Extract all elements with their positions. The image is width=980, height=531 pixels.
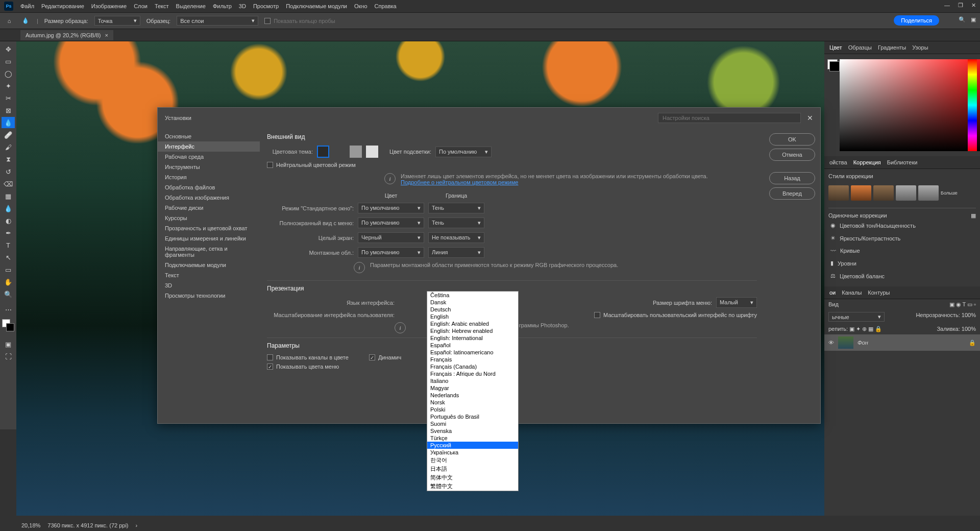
menu-3d[interactable]: 3D xyxy=(239,3,246,9)
sidebar-item-history[interactable]: История xyxy=(158,172,260,182)
menu-select[interactable]: Выделение xyxy=(176,3,206,9)
lang-option[interactable]: Nederlands xyxy=(427,392,518,399)
full-color[interactable]: Черный▾ xyxy=(358,232,424,243)
pen-tool[interactable]: ✒ xyxy=(2,227,15,238)
lang-option[interactable]: Українська xyxy=(427,449,518,456)
menu-file[interactable]: Файл xyxy=(20,3,34,9)
preset[interactable] xyxy=(851,185,871,201)
lang-option[interactable]: English: Arabic enabled xyxy=(427,320,518,327)
document-tab[interactable]: Autumn.jpg @ 20,2% (RGB/8)× xyxy=(20,30,113,40)
ok-button[interactable]: OK xyxy=(769,133,815,146)
lang-option[interactable]: Polski xyxy=(427,406,518,413)
lang-option[interactable]: Português do Brasil xyxy=(427,413,518,420)
wand-tool[interactable]: ✦ xyxy=(2,80,15,91)
more-presets[interactable]: Больше xyxy=(941,190,958,196)
fullmenu-color[interactable]: По умолчанию▾ xyxy=(358,218,424,228)
fullmenu-border[interactable]: Тень▾ xyxy=(428,218,484,228)
bg-color[interactable] xyxy=(6,323,14,331)
lang-option[interactable]: Türkçe xyxy=(427,435,518,442)
language-dropdown[interactable]: ČeštinaDanskDeutschEnglishEnglish: Arabi… xyxy=(427,291,519,491)
marquee-tool[interactable]: ▭ xyxy=(2,56,15,67)
blur-tool[interactable]: 💧 xyxy=(2,203,15,214)
home-icon[interactable]: ⌂ xyxy=(4,16,14,26)
show-menu-checkbox[interactable] xyxy=(267,364,273,370)
sidebar-item-workspace[interactable]: Рабочая среда xyxy=(158,152,260,162)
sidebar-item-general[interactable]: Основные xyxy=(158,131,260,141)
sidebar-item-guides[interactable]: Направляющие, сетка и фрагменты xyxy=(158,244,260,260)
lang-option[interactable]: English: International xyxy=(427,334,518,342)
tab-swatches[interactable]: Образцы xyxy=(848,44,872,51)
preset[interactable] xyxy=(873,185,894,201)
theme-lightest[interactable] xyxy=(366,146,378,158)
lang-option[interactable]: Français (Canada) xyxy=(427,363,518,370)
sidebar-item-3d[interactable]: 3D xyxy=(158,280,260,291)
lang-option[interactable]: Español: latinoamericano xyxy=(427,349,518,356)
sidebar-item-text[interactable]: Текст xyxy=(158,270,260,280)
tab-channels[interactable]: Каналы xyxy=(842,289,862,296)
sidebar-item-transparency[interactable]: Прозрачность и цветовой охват xyxy=(158,223,260,233)
tab-properties[interactable]: ойства xyxy=(829,159,847,165)
sample-select[interactable]: Все слои▾ xyxy=(177,16,258,26)
scale-font-checkbox[interactable] xyxy=(594,312,600,318)
lang-option[interactable]: Italiano xyxy=(427,377,518,384)
bg-swatch[interactable] xyxy=(829,61,840,71)
blend-mode[interactable]: ычные▾ xyxy=(828,312,885,322)
tab-layers[interactable]: ои xyxy=(829,289,836,296)
eraser-tool[interactable]: ⌫ xyxy=(2,178,15,189)
frame-tool[interactable]: ⊠ xyxy=(2,105,15,116)
settings-search[interactable] xyxy=(658,113,801,123)
lang-option[interactable]: English xyxy=(427,313,518,320)
neutral-checkbox[interactable] xyxy=(267,162,273,168)
layer-bg[interactable]: 👁 Фон 🔒 xyxy=(824,334,980,351)
shape-tool[interactable]: ▭ xyxy=(2,264,15,275)
lang-option[interactable]: Suomi xyxy=(427,420,518,427)
zoom-value[interactable]: 20,18% xyxy=(21,522,40,528)
app-icon[interactable]: Ps xyxy=(4,2,13,11)
neutral-link[interactable]: Подробнее о нейтральном цветовом режиме xyxy=(401,179,518,185)
tab-color[interactable]: Цвет xyxy=(829,44,842,51)
menu-filter[interactable]: Фильтр xyxy=(213,3,232,9)
sidebar-item-tools[interactable]: Инструменты xyxy=(158,162,260,172)
lang-option[interactable]: Dansk xyxy=(427,299,518,306)
tab-close-icon[interactable]: × xyxy=(105,32,108,38)
full-border[interactable]: Не показывать▾ xyxy=(428,232,484,243)
lock-icon[interactable]: 🔒 xyxy=(969,340,976,346)
sidebar-item-units[interactable]: Единицы измерения и линейки xyxy=(158,233,260,244)
cancel-button[interactable]: Отмена xyxy=(769,149,815,161)
lang-option[interactable]: English: Hebrew enabled xyxy=(427,327,518,334)
lasso-tool[interactable]: ◯ xyxy=(2,68,15,79)
menu-text[interactable]: Текст xyxy=(155,3,169,9)
lang-option[interactable]: Svenska xyxy=(427,427,518,435)
sample-size-select[interactable]: Точка▾ xyxy=(94,16,140,26)
lang-option[interactable]: 한국어 xyxy=(427,456,518,465)
prev-button[interactable]: Назад xyxy=(769,172,815,184)
lang-option[interactable]: Čeština xyxy=(427,292,518,299)
artboard-color[interactable]: По умолчанию▾ xyxy=(358,247,424,258)
menu-view[interactable]: Просмотр xyxy=(253,3,279,9)
dodge-tool[interactable]: ◐ xyxy=(2,215,15,226)
sidebar-item-techpreview[interactable]: Просмотры технологии xyxy=(158,291,260,301)
tab-adjustments[interactable]: Коррекция xyxy=(853,159,881,165)
tab-patterns[interactable]: Узоры xyxy=(912,44,928,51)
hand-tool[interactable]: ✋ xyxy=(2,276,15,287)
tab-paths[interactable]: Контуры xyxy=(868,289,890,296)
visibility-icon[interactable]: 👁 xyxy=(828,340,834,346)
sidebar-item-filehandling[interactable]: Обработка файлов xyxy=(158,182,260,192)
lang-option[interactable]: Русский xyxy=(427,442,518,449)
adj-brightness[interactable]: ☀Яркость/Контрастность xyxy=(828,232,976,245)
lang-option[interactable]: 繁體中文 xyxy=(427,482,518,491)
search-icon[interactable]: 🔍 xyxy=(959,16,966,23)
maximize-icon[interactable]: ❐ xyxy=(958,2,963,9)
move-tool[interactable]: ✥ xyxy=(2,43,15,55)
preset[interactable] xyxy=(896,185,916,201)
crop-tool[interactable]: ✂ xyxy=(2,92,15,104)
lang-option[interactable]: Français : Afrique du Nord xyxy=(427,370,518,377)
menu-edit[interactable]: Редактирование xyxy=(41,3,84,9)
workspace-icon[interactable]: ▣ xyxy=(971,16,976,23)
gradient-tool[interactable]: ▦ xyxy=(2,190,15,202)
standard-border[interactable]: Тень▾ xyxy=(428,203,484,213)
hue-slider[interactable] xyxy=(968,59,977,151)
history-brush-tool[interactable]: ↺ xyxy=(2,166,15,177)
adj-balance[interactable]: ⚖Цветовой баланс xyxy=(828,270,976,282)
theme-dark[interactable] xyxy=(333,146,346,158)
